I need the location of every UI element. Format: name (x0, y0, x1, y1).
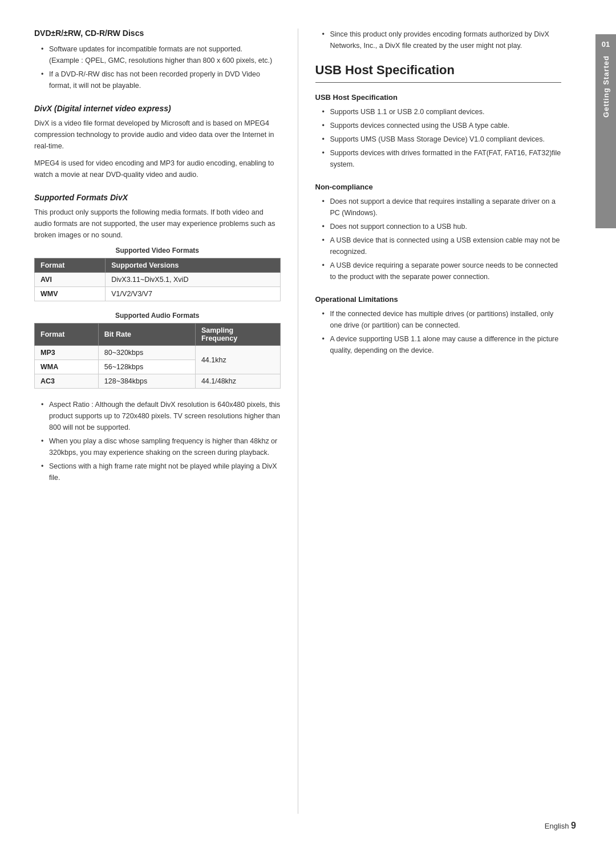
list-item: If a DVD-R/-RW disc has not been recorde… (41, 68, 281, 91)
dvd-heading: DVD±R/±RW, CD-R/RW Discs (34, 29, 281, 38)
audio-col-sampling: SamplingFrequency (195, 324, 280, 346)
list-item: Sections with a high frame rate might no… (41, 461, 281, 483)
audio-formats-table: Format Bit Rate SamplingFrequency MP3 80… (34, 323, 281, 389)
non-compliance-heading: Non-compliance (315, 183, 562, 191)
audio-row-ac3-format: AC3 (35, 374, 99, 389)
list-item: Aspect Ratio : Although the default DivX… (41, 399, 281, 433)
list-item: Supports devices connected using the USB… (322, 120, 562, 131)
video-col-format: Format (35, 259, 106, 273)
usb-sub-heading: USB Host Specification (315, 93, 562, 102)
formats-footer-bullets: Aspect Ratio : Although the default DivX… (34, 399, 281, 483)
audio-row-wma-bitrate: 56~128kbps (98, 360, 195, 374)
main-content: DVD±R/±RW, CD-R/RW Discs Software update… (0, 0, 595, 848)
list-item: Supports devices with drives formatted i… (322, 147, 562, 170)
page-number: 9 (571, 821, 576, 830)
video-row-avi-format: AVI (35, 273, 106, 287)
divx-para1: DivX is a video file format developed by… (34, 118, 281, 152)
divx-para2: MPEG4 is used for video encoding and MP3… (34, 158, 281, 180)
video-row-wmv-format: WMV (35, 287, 106, 301)
operational-heading: Operational Limitations (315, 295, 562, 304)
video-col-versions: Supported Versions (106, 259, 280, 273)
list-item: Does not support connection to a USB hub… (322, 221, 562, 232)
video-table-label: Supported Video Formats (34, 247, 281, 255)
list-item: Since this product only provides encodin… (322, 29, 562, 51)
page-footer: English 9 (545, 821, 576, 831)
list-item: Software updates for incompatible format… (41, 43, 281, 66)
audio-col-bitrate: Bit Rate (98, 324, 195, 346)
table-row: AVI DivX3.11~DivX5.1, XviD (35, 273, 281, 287)
operational-bullets: If the connected device has multiple dri… (315, 308, 562, 356)
list-item: Does not support a device that requires … (322, 196, 562, 219)
left-column: DVD±R/±RW, CD-R/RW Discs Software update… (34, 29, 298, 814)
dvd-bullets: Software updates for incompatible format… (34, 43, 281, 91)
audio-row-wma-format: WMA (35, 360, 99, 374)
audio-row-ac3-sampling: 44.1/48khz (195, 374, 280, 389)
usb-host-spec-block: USB Host Specification Supports USB 1.1 … (315, 93, 562, 170)
audio-row-mp3-format: MP3 (35, 346, 99, 360)
audio-row-ac3-bitrate: 128~384kbps (98, 374, 195, 389)
non-compliance-bullets: Does not support a device that requires … (315, 196, 562, 282)
audio-table-label: Supported Audio Formats (34, 312, 281, 320)
non-compliance-block: Non-compliance Does not support a device… (315, 183, 562, 282)
right-column: Since this product only provides encodin… (298, 29, 562, 814)
divx-heading: DivX (Digital internet video express) (34, 104, 281, 113)
side-tab: 01 Getting Started (595, 34, 616, 228)
operational-limitations-block: Operational Limitations If the connected… (315, 295, 562, 356)
table-row: MP3 80~320kbps 44.1khz (35, 346, 281, 360)
side-tab-label: Getting Started (602, 55, 610, 118)
table-row: WMV V1/V2/V3/V7 (35, 287, 281, 301)
usb-spec-bullets: Supports USB 1.1 or USB 2.0 compliant de… (315, 106, 562, 170)
supported-formats-heading: Supported Formats DivX (34, 193, 281, 202)
list-item: Supports UMS (USB Mass Storage Device) V… (322, 134, 562, 145)
divx-section: DivX (Digital internet video express) Di… (34, 104, 281, 180)
usb-big-heading: USB Host Specification (315, 63, 562, 83)
video-formats-table: Format Supported Versions AVI DivX3.11~D… (34, 258, 281, 301)
footer-text: English (545, 822, 569, 830)
list-item: If the connected device has multiple dri… (322, 308, 562, 331)
list-item: A device supporting USB 1.1 alone may ca… (322, 333, 562, 356)
video-row-avi-versions: DivX3.11~DivX5.1, XviD (106, 273, 280, 287)
divx-note-list: Since this product only provides encodin… (315, 29, 562, 51)
audio-row-mp3-bitrate: 80~320kbps (98, 346, 195, 360)
audio-col-format: Format (35, 324, 99, 346)
side-tab-number: 01 (602, 40, 610, 49)
list-item: A USB device that is connected using a U… (322, 235, 562, 257)
list-item: When you play a disc whose sampling freq… (41, 435, 281, 458)
table-row: AC3 128~384kbps 44.1/48khz (35, 374, 281, 389)
audio-row-mp3-sampling: 44.1khz (195, 346, 280, 374)
dvd-section: DVD±R/±RW, CD-R/RW Discs Software update… (34, 29, 281, 91)
video-row-wmv-versions: V1/V2/V3/V7 (106, 287, 280, 301)
supported-formats-section: Supported Formats DivX This product only… (34, 193, 281, 483)
list-item: Supports USB 1.1 or USB 2.0 compliant de… (322, 106, 562, 118)
list-item: A USB device requiring a separate power … (322, 260, 562, 282)
supported-formats-intro: This product only supports the following… (34, 207, 281, 241)
